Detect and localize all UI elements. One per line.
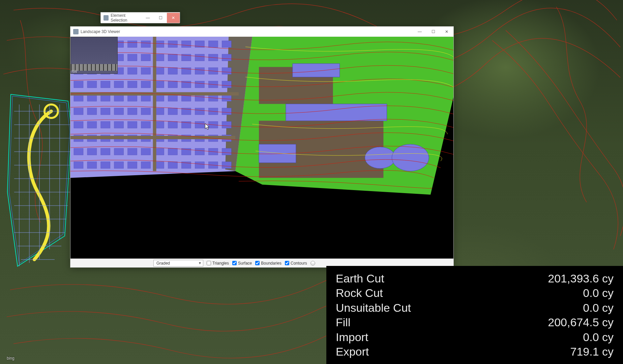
- svg-point-9: [365, 147, 395, 169]
- minimize-button[interactable]: —: [142, 13, 154, 23]
- stat-row: Earth Cut201,393.6 cy: [336, 271, 614, 286]
- display-mode-value: Graded: [156, 261, 170, 266]
- display-mode-select[interactable]: Graded ▼: [153, 260, 203, 267]
- minimize-button[interactable]: —: [413, 27, 426, 37]
- svg-rect-22: [222, 41, 231, 48]
- triangles-checkbox[interactable]: Triangles: [207, 261, 229, 266]
- stat-value: 0.0 cy: [583, 330, 614, 345]
- stat-label: Fill: [336, 315, 350, 330]
- viewer-3d-canvas[interactable]: NW: [70, 37, 453, 259]
- minimap-direction-label: NW: [71, 70, 77, 73]
- stat-value: 0.0 cy: [583, 286, 614, 301]
- viewer-title: Landscape 3D Viewer: [81, 29, 120, 34]
- stat-value: 201,393.6 cy: [548, 271, 614, 286]
- boundaries-checkbox[interactable]: Boundaries: [255, 261, 281, 266]
- stat-row: Import0.0 cy: [336, 330, 614, 345]
- landscape-3d-viewer-window[interactable]: Landscape 3D Viewer — ☐ ✕: [70, 26, 454, 268]
- app-icon: [73, 29, 79, 34]
- stat-label: Unsuitable Cut: [336, 301, 411, 315]
- stat-label: Rock Cut: [336, 286, 383, 301]
- close-button[interactable]: ✕: [440, 27, 453, 37]
- contours-checkbox-input[interactable]: [285, 261, 289, 265]
- svg-rect-15: [128, 41, 137, 48]
- triangles-checkbox-input[interactable]: [207, 261, 211, 265]
- svg-rect-16: [141, 41, 151, 48]
- stat-row: Export719.1 cy: [336, 344, 614, 359]
- stat-label: Import: [336, 330, 368, 345]
- stat-row: Unsuitable Cut0.0 cy: [336, 301, 614, 315]
- surface-label: Surface: [238, 261, 252, 266]
- stat-row: Fill200,674.5 cy: [336, 315, 614, 330]
- stat-label: Earth Cut: [336, 271, 384, 286]
- exaggeration-slider[interactable]: [310, 261, 315, 266]
- contours-label: Contours: [291, 261, 307, 266]
- surface-checkbox[interactable]: Surface: [232, 261, 252, 266]
- maximize-button[interactable]: ☐: [426, 27, 440, 37]
- boundaries-label: Boundaries: [261, 261, 281, 266]
- stat-label: Export: [336, 344, 369, 359]
- contours-checkbox[interactable]: Contours: [285, 261, 307, 266]
- triangles-label: Triangles: [212, 261, 229, 266]
- stat-value: 200,674.5 cy: [548, 315, 614, 330]
- svg-rect-7: [286, 104, 387, 121]
- boundaries-checkbox-input[interactable]: [255, 261, 260, 265]
- orientation-minimap[interactable]: NW: [70, 37, 118, 74]
- svg-rect-21: [208, 41, 218, 48]
- app-icon: [103, 15, 109, 21]
- site-plan-overlay: [4, 91, 75, 273]
- maximize-button[interactable]: ☐: [154, 13, 167, 23]
- stat-row: Rock Cut0.0 cy: [336, 286, 614, 301]
- svg-rect-19: [181, 41, 191, 48]
- close-button[interactable]: ✕: [167, 13, 180, 23]
- map-attribution: bing: [7, 356, 14, 361]
- stat-value: 0.0 cy: [583, 301, 614, 315]
- surface-checkbox-input[interactable]: [232, 261, 237, 265]
- element-selection-title: Element Selection: [111, 13, 141, 23]
- stat-value: 719.1 cy: [570, 344, 614, 359]
- element-selection-dialog[interactable]: Element Selection — ☐ ✕: [100, 12, 180, 23]
- chevron-down-icon: ▼: [198, 261, 202, 265]
- earthwork-stats-panel: Earth Cut201,393.6 cy Rock Cut0.0 cy Uns…: [326, 266, 623, 364]
- svg-rect-6: [293, 64, 340, 77]
